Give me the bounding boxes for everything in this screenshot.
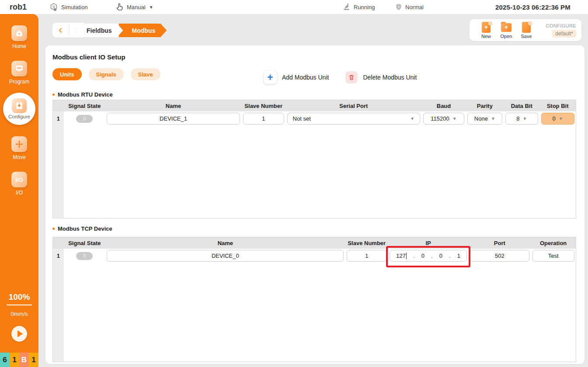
chevron-down-icon: ▼ <box>452 116 457 121</box>
robot-name: rob1 <box>10 0 27 14</box>
test-button[interactable]: Test <box>532 250 574 262</box>
rtu-device-table: Signal State Name Slave Number Serial Po… <box>52 100 576 218</box>
speed-linear: 0mm/s <box>11 311 28 317</box>
bullet-icon <box>52 93 55 96</box>
simulation-status: S Simulation <box>49 0 88 14</box>
rtu-table-row: 1 0 DEVICE_1 1 Not set▼ 115200▼ None▼ 8▼… <box>53 111 576 126</box>
code-monitor-icon: </> <box>11 61 27 76</box>
new-button[interactable]: + New <box>477 22 496 39</box>
port-input[interactable]: 502 <box>470 250 529 262</box>
tab-signals[interactable]: Signals <box>89 68 124 80</box>
baud-select[interactable]: 115200▼ <box>423 113 464 125</box>
new-file-icon: + <box>480 22 492 33</box>
tcp-table-row: 1 0 DEVICE_0 1 127 . 0 . 0 . 1 502 Test <box>53 249 576 263</box>
row-number-column <box>53 249 64 362</box>
serial-port-select[interactable]: Not set▼ <box>287 113 420 125</box>
save-file-icon <box>521 22 532 33</box>
rtu-table-header: Signal State Name Slave Number Serial Po… <box>53 100 576 111</box>
chevron-down-icon: ▼ <box>410 116 414 121</box>
tab-slave[interactable]: Slave <box>131 68 160 80</box>
status-square[interactable]: 6 <box>0 353 10 367</box>
run-status: Running <box>342 0 375 14</box>
sidebar-nav: Home </> Program Configure Move I/O I/O … <box>0 14 38 353</box>
breadcrumb-modbus[interactable]: Modbus <box>119 24 167 37</box>
configure-label: CONFIGURE <box>546 23 576 28</box>
rtu-slave-number-input[interactable]: 1 <box>243 113 284 125</box>
rtu-name-input[interactable]: DEVICE_1 <box>107 113 240 125</box>
modbus-setup-panel: Modbus client IO Setup Units Signals Sla… <box>45 45 585 364</box>
chevron-down-icon: ▼ <box>149 5 153 10</box>
add-modbus-unit-button[interactable]: + Add Modbus Unit <box>264 71 329 84</box>
top-status-bar: rob1 S Simulation Manual ▼ Running Norma… <box>0 0 588 14</box>
status-square-strip: 6 1 B 1 <box>0 353 38 367</box>
configure-book-icon <box>12 98 27 113</box>
row-number-column <box>53 111 64 218</box>
tcp-slave-number-input[interactable]: 1 <box>347 250 386 262</box>
safety-status: Normal <box>395 0 424 14</box>
text-cursor <box>406 253 407 259</box>
ip-address-input[interactable]: 127 . 0 . 0 . 1 <box>390 250 467 262</box>
play-button[interactable] <box>11 326 27 342</box>
mode-label: Manual <box>127 4 146 10</box>
simulation-icon: S <box>49 2 59 12</box>
delete-modbus-unit-button[interactable]: Delete Modbus Unit <box>345 71 417 83</box>
status-square[interactable]: 1 <box>29 353 38 367</box>
trash-icon <box>345 71 358 83</box>
speed-underline <box>7 305 32 305</box>
chevron-down-icon: ▼ <box>522 116 527 121</box>
open-button[interactable]: + Open <box>497 22 516 39</box>
page-title: Modbus client IO Setup <box>52 53 125 61</box>
configure-indicator: CONFIGURE default* <box>546 23 576 38</box>
sidebar-item-label: Configure <box>8 114 30 119</box>
play-icon <box>17 330 23 337</box>
plus-icon: + <box>264 71 277 84</box>
move-arrows-icon <box>11 136 27 152</box>
config-name-badge[interactable]: default* <box>552 30 576 38</box>
tab-strip: Units Signals Slave <box>52 68 160 80</box>
save-button[interactable]: Save <box>517 22 536 39</box>
run-status-label: Running <box>354 4 375 10</box>
status-square[interactable]: 1 <box>10 353 19 367</box>
safety-status-label: Normal <box>405 4 424 10</box>
robot-running-icon <box>342 3 351 11</box>
file-toolbar: + New + Open Save CONFIGURE default* <box>470 19 581 41</box>
rtu-section-header: Modbus RTU Device <box>52 91 113 98</box>
chevron-down-icon: ▼ <box>559 116 563 121</box>
unit-actions: + Add Modbus Unit Delete Modbus Unit <box>264 71 417 84</box>
breadcrumb: Fieldbus Modbus <box>77 24 167 37</box>
status-square[interactable]: B <box>19 353 29 367</box>
svg-text:</>: </> <box>17 66 21 70</box>
tcp-section-header: Modbus TCP Device <box>52 225 112 232</box>
signal-state-pill: 0 <box>76 115 93 123</box>
hand-manual-icon <box>115 2 124 12</box>
sidebar-item-label: Program <box>9 79 29 85</box>
data-bit-select[interactable]: 8▼ <box>505 113 538 125</box>
simulation-label: Simulation <box>61 4 88 10</box>
sidebar-item-label: Move <box>13 154 25 160</box>
bullet-icon <box>52 228 55 230</box>
stop-bit-select[interactable]: 0▼ <box>541 113 574 125</box>
sidebar-item-label: I/O <box>16 190 23 196</box>
sidebar-item-home[interactable]: Home <box>11 25 27 49</box>
tab-units[interactable]: Units <box>52 68 82 80</box>
tcp-name-input[interactable]: DEVICE_0 <box>107 250 344 262</box>
speed-block: 100% 0mm/s <box>0 292 38 353</box>
tcp-table-header: Signal State Name Slave Number IP Port O… <box>53 237 576 249</box>
io-icon: I/O <box>11 172 27 187</box>
open-folder-icon: + <box>501 22 512 33</box>
sidebar-item-program[interactable]: </> Program <box>9 61 29 85</box>
parity-select[interactable]: None▼ <box>467 113 502 125</box>
back-button[interactable] <box>52 23 69 38</box>
chevron-down-icon: ▼ <box>491 116 495 121</box>
mode-selector[interactable]: Manual ▼ <box>115 0 153 14</box>
speed-percent[interactable]: 100% <box>9 292 30 302</box>
shield-icon <box>395 3 403 11</box>
sidebar-item-move[interactable]: Move <box>11 136 27 160</box>
signal-state-pill: 0 <box>76 252 93 260</box>
sidebar-item-label: Home <box>12 43 26 49</box>
home-icon <box>11 25 27 41</box>
sidebar-item-configure[interactable]: Configure <box>3 93 35 125</box>
datetime-display: 2025-10-23 06:22:36 PM <box>495 0 571 14</box>
sidebar-item-io[interactable]: I/O I/O <box>11 172 27 196</box>
breadcrumb-fieldbus[interactable]: Fieldbus <box>77 24 123 37</box>
